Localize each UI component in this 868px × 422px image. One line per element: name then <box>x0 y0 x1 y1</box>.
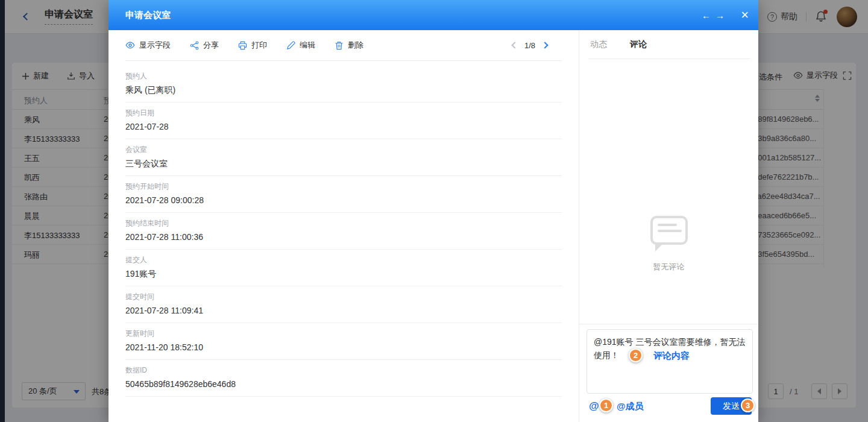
record-detail-modal: 申请会议室 ← → × 显示字段 分享 打印 <box>108 0 758 422</box>
pencil-icon <box>286 41 295 50</box>
comments-tabs: 动态 评论 <box>590 30 647 58</box>
tab-comments[interactable]: 评论 <box>630 39 647 50</box>
modal-nav-arrows: ← → <box>702 0 725 30</box>
field-row: 会议室三号会议室 <box>125 139 562 176</box>
screen: 申请会议室 ? 帮助 新建 <box>0 0 868 422</box>
edit-button[interactable]: 编辑 <box>286 40 315 51</box>
trash-icon <box>335 41 344 50</box>
tab-activity[interactable]: 动态 <box>590 39 607 50</box>
empty-comments-state: 暂无评论 <box>579 216 758 272</box>
pager-text: 1/8 <box>524 41 535 50</box>
field-value: 191账号 <box>125 269 562 279</box>
field-row: 数据ID50465b89f8149628eb6e46d8 <box>125 360 562 397</box>
mention-member-link[interactable]: @成员 <box>617 401 644 412</box>
field-row: 预约结束时间2021-07-28 11:00:36 <box>125 213 562 250</box>
field-value: 2021-07-28 <box>125 122 562 131</box>
field-label: 预约开始时间 <box>125 182 562 191</box>
modal-title: 申请会议室 <box>125 10 171 21</box>
field-label: 提交时间 <box>125 292 562 301</box>
delete-label: 删除 <box>348 40 363 51</box>
print-button[interactable]: 打印 <box>238 40 267 51</box>
edit-label: 编辑 <box>300 40 315 51</box>
field-row: 预约日期2021-07-28 <box>125 102 562 139</box>
field-label: 预约日期 <box>125 109 562 117</box>
prev-record-arrow-icon[interactable]: ← <box>702 10 711 20</box>
field-value: 2021-07-28 09:00:28 <box>125 195 562 205</box>
annotation-badge-3: 3 <box>741 398 755 412</box>
modal-header: 申请会议室 ← → × <box>108 0 758 30</box>
field-label: 预约人 <box>125 72 562 80</box>
close-icon[interactable]: × <box>741 0 749 30</box>
eye-icon <box>125 40 135 50</box>
print-label: 打印 <box>251 40 267 51</box>
share-label: 分享 <box>203 40 219 51</box>
delete-button[interactable]: 删除 <box>335 40 363 51</box>
show-fields-button[interactable]: 显示字段 <box>125 40 171 51</box>
field-label: 提交人 <box>125 256 562 264</box>
annotation-badge-2: 2 <box>629 348 643 362</box>
mention-at-button[interactable]: @ <box>589 400 599 412</box>
printer-icon <box>238 41 247 50</box>
speech-bubble-icon <box>650 216 688 245</box>
share-button[interactable]: 分享 <box>190 40 219 51</box>
field-row: 预约开始时间2021-07-28 09:00:28 <box>125 176 562 213</box>
field-row: 提交人191账号 <box>125 250 562 286</box>
empty-comments-text: 暂无评论 <box>653 262 685 272</box>
field-label: 数据ID <box>125 366 562 374</box>
field-label: 预约结束时间 <box>125 219 562 227</box>
field-label: 会议室 <box>125 145 562 154</box>
field-label: 更新时间 <box>125 329 562 338</box>
field-value: 乘风 (已离职) <box>125 85 562 95</box>
prev-record-chevron-icon[interactable] <box>511 42 518 48</box>
next-record-chevron-icon[interactable] <box>541 42 548 48</box>
modal-comments-pane: 动态 评论 暂无评论 @191账号 三号会议室需要维修，暂无法使用！ 2 评论内… <box>579 30 758 422</box>
comment-actions: @ 1 @成员 发送 3 <box>579 393 758 422</box>
field-value: 三号会议室 <box>125 159 562 168</box>
annotation-badge-1: 1 <box>599 398 613 412</box>
modal-toolbar: 显示字段 分享 打印 编辑 删除 <box>108 30 579 60</box>
field-list: 预约人乘风 (已离职) 预约日期2021-07-28 会议室三号会议室 预约开始… <box>125 61 562 397</box>
show-fields-label: 显示字段 <box>139 40 171 51</box>
modal-detail-pane: 显示字段 分享 打印 编辑 删除 <box>108 30 579 422</box>
comment-content-annotation: 评论内容 <box>653 350 690 362</box>
share-icon <box>190 41 199 50</box>
field-value: 2021-07-28 11:00:36 <box>125 232 562 242</box>
field-row: 预约人乘风 (已离职) <box>125 61 562 102</box>
field-value: 2021-11-20 18:52:10 <box>125 342 562 352</box>
comment-compose: @191账号 三号会议室需要维修，暂无法使用！ 2 评论内容 @ 1 @成员 发… <box>579 324 758 422</box>
record-pager: 1/8 <box>512 30 547 60</box>
next-record-arrow-icon[interactable]: → <box>715 10 725 20</box>
field-value: 50465b89f8149628eb6e46d8 <box>125 379 562 389</box>
field-row: 提交时间2021-07-28 11:09:41 <box>125 286 562 323</box>
divider <box>588 58 750 59</box>
field-row: 更新时间2021-11-20 18:52:10 <box>125 323 562 360</box>
field-value: 2021-07-28 11:09:41 <box>125 306 562 315</box>
